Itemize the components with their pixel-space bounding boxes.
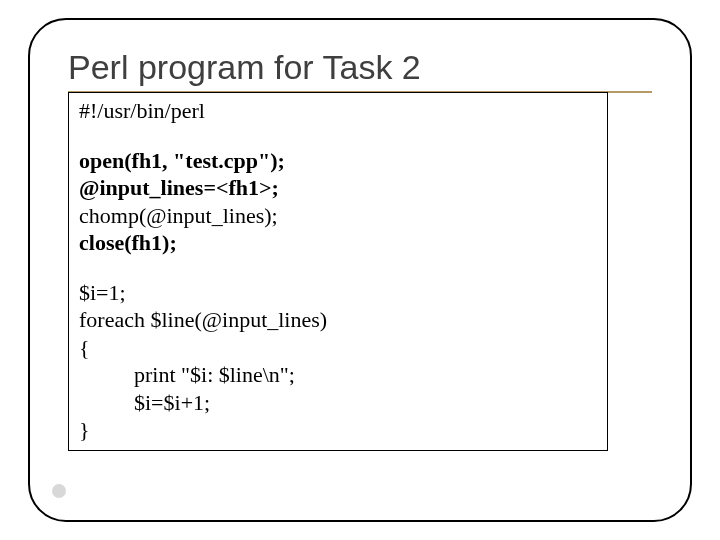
code-line: print "$i: $line\n";: [79, 361, 597, 389]
code-line: $i=1;: [79, 279, 597, 307]
slide-frame: Perl program for Task 2 #!/usr/bin/perl …: [28, 18, 692, 522]
decorative-dot-icon: [52, 484, 66, 498]
code-box: #!/usr/bin/perl open(fh1, "test.cpp"); @…: [68, 92, 608, 451]
code-line: chomp(@input_lines);: [79, 202, 597, 230]
code-line: {: [79, 334, 597, 362]
code-line: @input_lines=<fh1>;: [79, 174, 597, 202]
code-line: foreach $line(@input_lines): [79, 306, 597, 334]
blank-line: [79, 125, 597, 147]
blank-line: [79, 257, 597, 279]
code-line: close(fh1);: [79, 229, 597, 257]
code-line: }: [79, 416, 597, 444]
slide: Perl program for Task 2 #!/usr/bin/perl …: [0, 0, 720, 540]
code-line: open(fh1, "test.cpp");: [79, 147, 597, 175]
code-line: #!/usr/bin/perl: [79, 97, 597, 125]
slide-title: Perl program for Task 2: [68, 48, 652, 87]
code-line: $i=$i+1;: [79, 389, 597, 417]
